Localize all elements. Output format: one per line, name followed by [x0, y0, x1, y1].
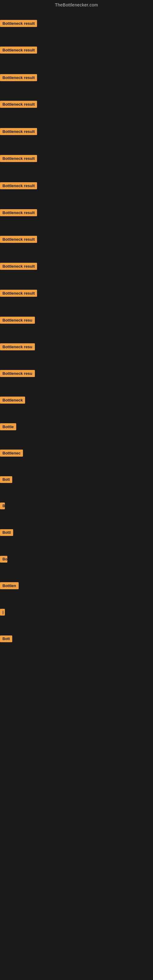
- site-title: TheBottlenecker.com: [0, 0, 153, 9]
- bottleneck-result-row-4: Bottleneck result: [0, 101, 153, 109]
- bottleneck-result-label-6: Bottleneck result: [0, 155, 37, 162]
- bottleneck-result-label-17: Bottlenec: [0, 450, 23, 457]
- bottleneck-result-row-23: |: [0, 609, 153, 617]
- bottleneck-result-label-16: Bottle: [0, 423, 16, 430]
- bottleneck-result-label-9: Bottleneck result: [0, 236, 37, 243]
- bottleneck-result-row-24: Bott: [0, 635, 153, 643]
- bottleneck-result-label-13: Bottleneck resu: [0, 343, 35, 350]
- bottleneck-result-label-4: Bottleneck result: [0, 101, 37, 108]
- bottleneck-result-row-3: Bottleneck result: [0, 74, 153, 83]
- bottleneck-result-row-20: Bottl: [0, 529, 153, 537]
- bottleneck-result-label-24: Bott: [0, 635, 12, 642]
- bottleneck-result-label-3: Bottleneck result: [0, 74, 37, 81]
- bottleneck-result-row-6: Bottleneck result: [0, 155, 153, 163]
- bottleneck-result-label-2: Bottleneck result: [0, 46, 37, 54]
- bottleneck-result-label-14: Bottleneck resu: [0, 370, 35, 377]
- bottleneck-result-label-7: Bottleneck result: [0, 182, 37, 189]
- bottleneck-result-label-19: B: [0, 503, 5, 509]
- bottleneck-result-row-2: Bottleneck result: [0, 46, 153, 55]
- bottleneck-result-label-18: Bott: [0, 476, 12, 483]
- bottleneck-result-row-11: Bottleneck result: [0, 290, 153, 298]
- bottleneck-result-label-10: Bottleneck result: [0, 263, 37, 270]
- bottleneck-result-row-16: Bottle: [0, 423, 153, 431]
- bottleneck-result-label-22: Bottlen: [0, 582, 19, 589]
- bottleneck-result-row-7: Bottleneck result: [0, 182, 153, 191]
- bottleneck-result-label-21: Bo: [0, 556, 7, 563]
- bottleneck-result-row-12: Bottleneck resu: [0, 317, 153, 325]
- bottleneck-result-row-9: Bottleneck result: [0, 236, 153, 244]
- bottleneck-result-row-14: Bottleneck resu: [0, 370, 153, 378]
- bottleneck-result-label-23: |: [0, 609, 5, 616]
- bottleneck-result-row-13: Bottleneck resu: [0, 343, 153, 352]
- bottleneck-result-row-18: Bott: [0, 476, 153, 484]
- bottleneck-result-label-8: Bottleneck result: [0, 209, 37, 216]
- bottleneck-result-label-20: Bottl: [0, 529, 13, 536]
- bottleneck-result-row-19: B: [0, 503, 153, 511]
- bottleneck-result-row-15: Bottleneck: [0, 396, 153, 405]
- bottleneck-result-label-1: Bottleneck result: [0, 20, 37, 27]
- bottleneck-result-label-15: Bottleneck: [0, 396, 25, 404]
- bottleneck-result-row-1: Bottleneck result: [0, 20, 153, 28]
- bottleneck-result-row-21: Bo: [0, 556, 153, 564]
- bottleneck-result-row-17: Bottlenec: [0, 450, 153, 458]
- bottleneck-result-row-8: Bottleneck result: [0, 209, 153, 218]
- bottleneck-result-row-5: Bottleneck result: [0, 128, 153, 136]
- bottleneck-result-label-12: Bottleneck resu: [0, 317, 35, 324]
- bottleneck-result-label-11: Bottleneck result: [0, 290, 37, 297]
- bottleneck-result-label-5: Bottleneck result: [0, 128, 37, 135]
- bottleneck-result-row-10: Bottleneck result: [0, 263, 153, 271]
- bottleneck-result-row-22: Bottlen: [0, 582, 153, 590]
